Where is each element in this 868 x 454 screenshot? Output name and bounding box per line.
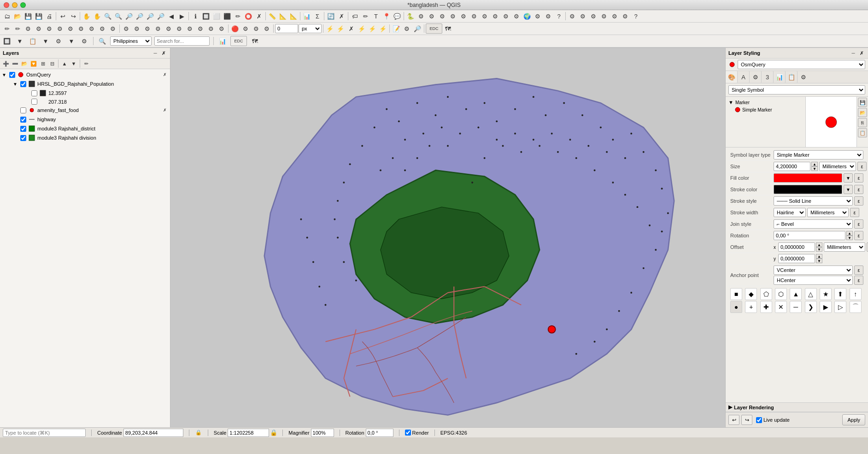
- zoom-last-icon[interactable]: ◀: [166, 11, 176, 21]
- layer-item-amenity[interactable]: amenity_fast_food ✗: [0, 106, 170, 115]
- size-input[interactable]: [774, 162, 810, 171]
- digitize9-icon[interactable]: ⚙: [206, 24, 216, 34]
- view2-icon[interactable]: ⚙: [402, 24, 412, 34]
- layer-item-hrsl[interactable]: ▼ HRSL_BGD_Rajshahi_Population: [0, 79, 170, 88]
- ls-paste-style-btn[interactable]: 📋: [858, 128, 867, 137]
- layer-check-division[interactable]: [20, 135, 26, 141]
- layer-check-district[interactable]: [20, 126, 26, 132]
- layer-expand-hrsl[interactable]: ▼: [13, 82, 18, 87]
- ls-tab-symbols-icon[interactable]: 🎨: [726, 71, 738, 83]
- redo-icon[interactable]: ↪: [68, 11, 78, 21]
- status-scale-lock-icon[interactable]: 🔒: [270, 430, 277, 436]
- status-rotation-input[interactable]: [366, 429, 393, 437]
- zoom-full-icon[interactable]: 🔎: [124, 11, 134, 21]
- edit6-icon[interactable]: ⚙: [55, 24, 65, 34]
- ls-marker-expand[interactable]: ▼: [728, 100, 733, 105]
- snap6-icon[interactable]: ⚡: [335, 24, 346, 34]
- filter-layer-icon[interactable]: 🔽: [29, 59, 38, 68]
- offset-unit-select[interactable]: px: [299, 24, 322, 33]
- fill-color-override-btn[interactable]: ε: [854, 173, 863, 183]
- annotate-icon[interactable]: ✏: [360, 11, 370, 21]
- zoom-layer-icon[interactable]: 🔎: [135, 11, 145, 21]
- layer-item-district[interactable]: module3 Rajshahi_district: [0, 124, 170, 133]
- view1-icon[interactable]: 📝: [391, 24, 401, 34]
- anchor-hcenter-select[interactable]: HCenter: [774, 276, 853, 285]
- stroke-width-select[interactable]: Hairline: [774, 208, 806, 217]
- stroke-width-expr-btn[interactable]: ε: [850, 208, 859, 217]
- edit8-icon[interactable]: ⚙: [76, 24, 86, 34]
- join-style-expr-btn[interactable]: ε: [854, 219, 863, 229]
- layers-collapse-icon[interactable]: ─: [152, 49, 159, 57]
- size-up-btn[interactable]: ▲: [811, 162, 818, 166]
- snap3-icon[interactable]: ⚙: [251, 24, 261, 34]
- offset-y-input[interactable]: [778, 254, 815, 263]
- offset-y-down-btn[interactable]: ▼: [816, 259, 822, 263]
- snap10-icon[interactable]: ⚡: [378, 24, 388, 34]
- digitize7-icon[interactable]: ⚙: [185, 24, 195, 34]
- rotation-input[interactable]: [774, 231, 845, 240]
- shape-chevron-btn[interactable]: ❯: [805, 301, 817, 313]
- measure-angle-icon[interactable]: 📐: [288, 11, 299, 21]
- snap7-icon[interactable]: ✗: [346, 24, 356, 34]
- sum-icon[interactable]: Σ: [312, 11, 323, 21]
- plugin8-icon[interactable]: ⚙: [501, 11, 511, 21]
- shape-filled-arrow-btn[interactable]: ↑: [850, 288, 862, 300]
- ls-settings-icon[interactable]: ✗: [858, 49, 865, 57]
- shape-quarter-square-btn[interactable]: ▷: [834, 301, 846, 313]
- offset-y-up-btn[interactable]: ▲: [816, 254, 822, 259]
- qgis3-icon[interactable]: 🗺: [250, 36, 260, 46]
- snap5-icon[interactable]: ⚡: [325, 24, 335, 34]
- layer-check-highway[interactable]: [20, 117, 26, 123]
- locate-icon[interactable]: 🔍: [97, 36, 107, 46]
- snap4-icon[interactable]: ⚙: [262, 24, 272, 34]
- rotation-up-btn[interactable]: ▲: [846, 231, 853, 236]
- snap1-icon[interactable]: 🔴: [230, 24, 240, 34]
- python-icon[interactable]: 🐍: [405, 11, 416, 21]
- stroke-color-expr-btn[interactable]: ▼: [844, 185, 853, 194]
- close-button[interactable]: [4, 2, 9, 8]
- edit4-icon[interactable]: ⚙: [34, 24, 44, 34]
- snap9-icon[interactable]: ⚡: [367, 24, 377, 34]
- shape-circle-btn[interactable]: ●: [730, 301, 742, 313]
- edit9-icon[interactable]: ⚙: [87, 24, 97, 34]
- deselect-icon[interactable]: ✗: [254, 11, 264, 21]
- filter-icon[interactable]: ⚙: [53, 36, 64, 46]
- stroke-style-expr-btn[interactable]: ε: [854, 196, 863, 206]
- join-style-select[interactable]: ⌐ Bevel: [774, 219, 853, 229]
- plugin4-icon[interactable]: ⚙: [458, 11, 469, 21]
- shape-arrow-btn[interactable]: ⬆: [834, 288, 846, 300]
- edit5-icon[interactable]: ⚙: [44, 24, 54, 34]
- fill-color-expr-btn[interactable]: ▼: [844, 173, 853, 183]
- help-icon[interactable]: ?: [554, 11, 564, 21]
- search-input[interactable]: [154, 36, 210, 46]
- ext3-icon[interactable]: ⚙: [588, 11, 598, 21]
- digitize3-icon[interactable]: ⚙: [142, 24, 152, 34]
- layer-check-val2[interactable]: [31, 99, 37, 105]
- offset-x-input[interactable]: [778, 242, 815, 252]
- anchor-vcenter-select[interactable]: VCenter: [774, 265, 853, 275]
- zoom-next-icon[interactable]: ▶: [177, 11, 187, 21]
- refresh-icon[interactable]: 🔄: [326, 11, 336, 21]
- shape-right-arrow-btn[interactable]: ▶: [820, 301, 832, 313]
- digitize1-icon[interactable]: ⚙: [121, 24, 131, 34]
- select-rect-icon[interactable]: ⬜: [211, 11, 222, 21]
- layer-item-osmquery[interactable]: ▼ OsmQuery ✗: [0, 70, 170, 79]
- expand-all-icon[interactable]: ⊞: [39, 59, 47, 68]
- zoom-native-icon[interactable]: 🔎: [156, 11, 166, 21]
- anchor-hcenter-expr-btn[interactable]: ε: [854, 276, 863, 285]
- attribute-dropdown-icon[interactable]: ▼: [41, 36, 51, 46]
- offset-input[interactable]: [275, 24, 298, 33]
- shape-triangle-outline-btn[interactable]: △: [805, 288, 817, 300]
- maximize-button[interactable]: [20, 2, 26, 8]
- print-icon[interactable]: 🖨: [44, 11, 54, 21]
- fill-color-box[interactable]: [774, 173, 842, 183]
- edit10-icon[interactable]: ⚙: [97, 24, 107, 34]
- ls-symbol-type-select[interactable]: Single Symbol: [728, 85, 865, 94]
- plugin11-icon[interactable]: ⚙: [533, 11, 543, 21]
- zoom-out-icon[interactable]: 🔍: [113, 11, 123, 21]
- digitize4-icon[interactable]: ⚙: [153, 24, 163, 34]
- plugin3-icon[interactable]: ⚙: [448, 11, 458, 21]
- zoom-selection-icon[interactable]: 🔎: [145, 11, 155, 21]
- save-icon[interactable]: 💾: [23, 11, 33, 21]
- view3-icon[interactable]: 🔎: [412, 24, 422, 34]
